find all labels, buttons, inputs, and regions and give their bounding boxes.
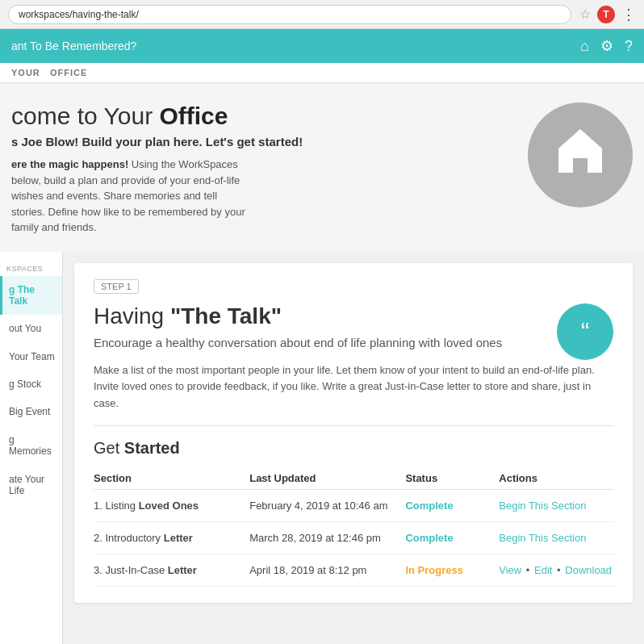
action-separator: •	[526, 564, 530, 576]
action-separator: •	[557, 564, 561, 576]
col-header-updated: Last Updated	[249, 467, 405, 490]
top-nav-title: ant To Be Remembered?	[11, 40, 136, 52]
row1-section: 1. Listing Loved Ones	[94, 489, 249, 521]
table-row: 2. Introductory Letter March 28, 2019 at…	[94, 521, 613, 554]
card-title-area: Having "The Talk" Encourage a healthy co…	[94, 303, 502, 362]
row3-actions[interactable]: View • Edit • Download	[499, 554, 613, 586]
table-row: 1. Listing Loved Ones February 4, 2019 a…	[94, 489, 613, 521]
top-nav-icons: ⌂ ⚙ ?	[580, 37, 633, 55]
brand-bar: YOUR OFFICE	[0, 63, 644, 83]
sidebar-item-memories[interactable]: g Memories	[0, 426, 62, 466]
url-bar[interactable]: workspaces/having-the-talk/	[8, 5, 571, 24]
quote-icon: “	[581, 319, 590, 345]
hero-body-bold: ere the magic happens!	[11, 158, 128, 170]
content-area: STEP 1 Having "The Talk" Encourage a hea…	[63, 252, 644, 645]
sidebar-item-celebrate-life[interactable]: ate Your Life	[0, 466, 62, 505]
browser-bar: workspaces/having-the-talk/ ☆ T ⋮	[0, 0, 644, 29]
bookmark-icon[interactable]: ☆	[579, 6, 591, 22]
row2-begin-link[interactable]: Begin This Section	[499, 532, 586, 544]
step-badge: STEP 1	[94, 279, 613, 303]
card-title-bold: "The Talk"	[170, 303, 282, 328]
card-body: Make a list of the most important people…	[94, 362, 613, 426]
sidebar-item-your-team[interactable]: Your Team	[0, 343, 62, 370]
sidebar: KSPACES g The Talk out You Your Team g S…	[0, 252, 63, 645]
hero-title-prefix: come to Your	[11, 102, 159, 129]
settings-icon[interactable]: ⚙	[600, 37, 613, 55]
user-avatar[interactable]: T	[597, 6, 615, 23]
hero-title-bold: Office	[159, 102, 228, 129]
row2-updated: March 28, 2019 at 12:46 pm	[249, 521, 405, 554]
sidebar-header: KSPACES	[0, 258, 62, 276]
row3-status: In Progress	[405, 554, 499, 586]
row2-actions[interactable]: Begin This Section	[499, 521, 613, 554]
row3-download-link[interactable]: Download	[565, 564, 612, 576]
hero-subtitle: s Joe Blow! Build your plan here. Let's …	[11, 135, 512, 148]
home-icon[interactable]: ⌂	[580, 38, 589, 55]
sections-table: Section Last Updated Status Actions 1. L…	[94, 467, 613, 587]
top-nav: ant To Be Remembered? ⌂ ⚙ ?	[0, 29, 644, 63]
row1-status: Complete	[405, 489, 499, 521]
row3-edit-link[interactable]: Edit	[534, 564, 552, 576]
card-header: Having "The Talk" Encourage a healthy co…	[94, 303, 613, 362]
hero-text: come to Your Office s Joe Blow! Build yo…	[11, 102, 512, 236]
brand-name: OFFICE	[50, 68, 87, 77]
hero-section: come to Your Office s Joe Blow! Build yo…	[0, 83, 644, 252]
quote-icon-wrap: “	[557, 303, 613, 360]
card-title: Having "The Talk"	[94, 303, 502, 329]
sidebar-item-the-talk[interactable]: g The Talk	[0, 276, 62, 316]
help-icon[interactable]: ?	[625, 38, 633, 55]
card-subtitle: Encourage a healthy conversation about e…	[94, 334, 502, 351]
menu-icon[interactable]: ⋮	[621, 6, 636, 23]
brand-prefix: YOUR	[11, 68, 40, 77]
house-icon	[552, 123, 608, 187]
svg-rect-1	[575, 160, 586, 173]
browser-icons: ☆ T ⋮	[579, 6, 636, 23]
row3-section: 3. Just-In-Case Letter	[94, 554, 249, 586]
sidebar-item-taking-stock[interactable]: g Stock	[0, 370, 62, 398]
row1-updated: February 4, 2019 at 10:46 am	[249, 489, 405, 521]
sidebar-item-about-you[interactable]: out You	[0, 315, 62, 342]
card-title-prefix: Having	[94, 303, 170, 328]
col-header-section: Section	[94, 467, 249, 490]
table-row: 3. Just-In-Case Letter April 18, 2019 at…	[94, 554, 613, 586]
get-started-title: Get Started	[94, 439, 613, 458]
row2-section: 2. Introductory Letter	[94, 521, 249, 554]
row1-actions[interactable]: Begin This Section	[499, 489, 613, 521]
hero-title: come to Your Office	[11, 102, 512, 130]
row2-status: Complete	[405, 521, 499, 554]
row3-updated: April 18, 2019 at 8:12 pm	[249, 554, 405, 586]
hero-body: ere the magic happens! Using the WorkSpa…	[11, 157, 253, 236]
row3-view-link[interactable]: View	[499, 564, 521, 576]
row1-begin-link[interactable]: Begin This Section	[499, 500, 586, 512]
col-header-status: Status	[405, 467, 499, 490]
sidebar-item-big-event[interactable]: Big Event	[0, 398, 62, 425]
hero-house-icon-wrap	[528, 102, 633, 207]
main-card: STEP 1 Having "The Talk" Encourage a hea…	[74, 263, 633, 603]
main-layout: KSPACES g The Talk out You Your Team g S…	[0, 252, 644, 645]
col-header-actions: Actions	[499, 467, 613, 490]
